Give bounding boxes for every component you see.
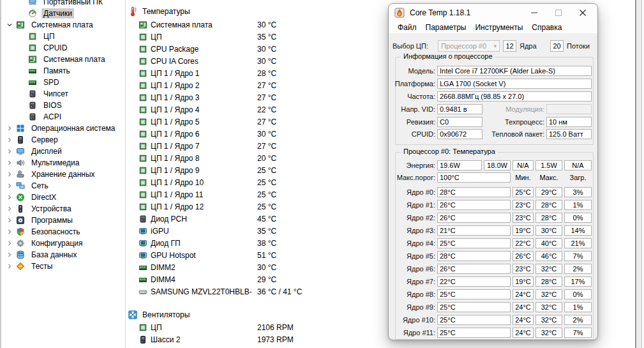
window-controls bbox=[522, 4, 595, 21]
titlebar[interactable]: Core Temp 1.18.1 bbox=[389, 4, 597, 21]
tree-item[interactable]: BIOS bbox=[1, 100, 126, 111]
chevron-right-icon[interactable] bbox=[6, 194, 13, 200]
sensor-row[interactable]: iGPU35 °C bbox=[126, 225, 304, 237]
sensor-row[interactable]: ЦП 1 / Ядро 527 °C bbox=[126, 116, 304, 128]
ram-icon bbox=[139, 263, 147, 272]
sensor-row[interactable]: ЦП 1 / Ядро 820 °C bbox=[126, 152, 304, 164]
tree-item[interactable]: Операционная система bbox=[1, 123, 126, 134]
tree-item[interactable]: Программы bbox=[1, 215, 126, 226]
chevron-right-icon[interactable] bbox=[6, 263, 13, 269]
sensor-label: ЦП 1 / Ядро 8 bbox=[151, 154, 200, 163]
sensor-value: 25 °C bbox=[257, 166, 276, 175]
sensor-row[interactable]: ЦП 1 / Ядро 630 °C bbox=[126, 128, 304, 140]
cpu-select-dropdown[interactable]: Процессор #0 ▾ bbox=[438, 40, 500, 52]
sensor-row[interactable]: DIMM230 °C bbox=[126, 261, 304, 273]
sensor-row[interactable]: Графический...0 RPM (0%) bbox=[126, 345, 304, 348]
tree-item[interactable]: Системная плата bbox=[1, 19, 126, 31]
maximize-button[interactable] bbox=[546, 4, 571, 21]
sensor-row[interactable]: CPU Package30 °C bbox=[126, 43, 304, 55]
tree-item[interactable]: Память bbox=[1, 65, 126, 77]
tree-item[interactable]: Портативный ПК bbox=[1, 0, 126, 8]
tree-item[interactable]: CPUID bbox=[1, 42, 126, 54]
sensor-row[interactable]: ЦП 1 / Ядро 128 °C bbox=[126, 67, 304, 79]
sensor-row[interactable]: ЦП 1 / Ядро 422 °C bbox=[126, 103, 304, 116]
sensor-section-header: Температуры bbox=[126, 6, 190, 17]
tree-item[interactable]: База данных bbox=[1, 249, 126, 261]
chevron-right-icon[interactable] bbox=[6, 206, 13, 212]
tree-item[interactable]: Датчики bbox=[1, 8, 126, 19]
tree-item[interactable]: Устройства bbox=[1, 203, 126, 215]
minimize-button[interactable] bbox=[522, 4, 546, 21]
tree-item[interactable]: DirectX bbox=[1, 192, 126, 203]
tree-item[interactable]: ЦП bbox=[1, 31, 126, 42]
scrollbar[interactable] bbox=[635, 0, 642, 348]
close-button[interactable] bbox=[571, 4, 595, 21]
sensor-row[interactable]: ЦП2106 RPM bbox=[126, 321, 304, 333]
sensor-label: GPU Hotspot bbox=[151, 251, 196, 260]
chevron-right-icon[interactable] bbox=[6, 148, 13, 155]
sensor-row[interactable]: Шасси 21973 RPM bbox=[126, 333, 304, 345]
sensor-label: ЦП 1 / Ядро 3 bbox=[151, 93, 200, 102]
tree-item[interactable]: Системная плата bbox=[1, 54, 126, 65]
sensors-panel: ТемпературыСистемная плата30 °CЦП35 °CCP… bbox=[126, 0, 304, 348]
tree-item[interactable]: Сеть bbox=[1, 180, 126, 192]
chevron-right-icon[interactable] bbox=[6, 240, 13, 246]
tree-item[interactable]: Тесты bbox=[1, 261, 126, 272]
sensor-row[interactable]: DIMM429 °C bbox=[126, 273, 304, 285]
navigation-tree: Портативный ПКДатчикиСистемная платаЦПCP… bbox=[0, 0, 126, 348]
menu-item[interactable]: Инструменты bbox=[470, 23, 527, 32]
core-row-label: Ядро #9: bbox=[393, 303, 435, 311]
field-label: Энергия: bbox=[393, 162, 435, 169]
cores-label: Ядра bbox=[520, 42, 537, 50]
menu-item[interactable]: Файл bbox=[393, 23, 421, 32]
core-row-label: Ядро #7: bbox=[393, 278, 435, 285]
chevron-right-icon[interactable] bbox=[6, 125, 13, 132]
chevron-right-icon[interactable] bbox=[6, 171, 13, 178]
tree-item[interactable]: Мультимедиа bbox=[1, 157, 126, 169]
menu-item[interactable]: Справка bbox=[527, 23, 566, 32]
sensor-row[interactable]: ЦП 1 / Ядро 227 °C bbox=[126, 79, 304, 91]
field-value: 100°C bbox=[437, 172, 511, 183]
chevron-down-icon[interactable] bbox=[6, 22, 13, 28]
sensor-row[interactable]: SAMSUNG MZVL22T0HBLB-...36 °C / 41 °C bbox=[126, 285, 304, 298]
sensor-label: ЦП bbox=[151, 33, 162, 42]
core-row-label: Ядро #5: bbox=[393, 252, 435, 260]
core-temp-value: 26°C bbox=[437, 264, 511, 274]
chevron-right-icon[interactable] bbox=[6, 160, 13, 166]
cpu-icon bbox=[139, 93, 147, 102]
tree-item[interactable]: Конфигурация bbox=[1, 238, 126, 249]
tree-item[interactable]: SPD bbox=[1, 77, 126, 88]
tree-item[interactable]: Сервер bbox=[1, 134, 126, 146]
sensor-row[interactable]: ЦП 1 / Ядро 727 °C bbox=[126, 140, 304, 152]
cpu-icon bbox=[139, 142, 147, 151]
sensor-row[interactable]: ЦП 1 / Ядро 1125 °C bbox=[126, 188, 304, 200]
sensor-row[interactable]: ЦП 1 / Ядро 1225 °C bbox=[126, 200, 304, 213]
sensor-row[interactable]: ЦП 1 / Ядро 327 °C bbox=[126, 91, 304, 103]
cpu-icon bbox=[28, 32, 37, 41]
sensor-row[interactable]: ЦП35 °C bbox=[126, 31, 304, 43]
chevron-right-icon[interactable] bbox=[6, 217, 13, 223]
field-value: Intel Core i7 12700KF (Alder Lake-S) bbox=[437, 66, 592, 76]
sensor-row[interactable]: ЦП 1 / Ядро 925 °C bbox=[126, 164, 304, 176]
chevron-right-icon[interactable] bbox=[6, 229, 13, 235]
chevron-right-icon[interactable] bbox=[6, 137, 13, 143]
menu-item[interactable]: Параметры bbox=[421, 23, 471, 32]
sensor-value: 1973 RPM bbox=[257, 335, 294, 344]
chevron-right-icon[interactable] bbox=[6, 252, 13, 258]
tree-item[interactable]: Дисплей bbox=[1, 146, 126, 157]
sensor-row[interactable]: Диод ГП38 °C bbox=[126, 237, 304, 249]
sensor-row[interactable]: CPU IA Cores30 °C bbox=[126, 55, 304, 67]
tree-item[interactable]: Чипсет bbox=[1, 88, 126, 100]
tree-item[interactable]: Хранение данных bbox=[1, 169, 126, 180]
sidebar-item-label: Безопасность bbox=[29, 227, 82, 237]
sensor-row[interactable]: Системная плата30 °C bbox=[126, 19, 304, 31]
tree-item[interactable]: Безопасность bbox=[1, 226, 126, 238]
sensor-row[interactable]: Диод PCH45 °C bbox=[126, 213, 304, 225]
tree-item[interactable]: ACPI bbox=[1, 111, 126, 123]
core-load-value: 7% bbox=[564, 328, 592, 338]
sensor-value: 30 °C bbox=[257, 130, 276, 139]
sensor-row[interactable]: GPU Hotspot51 °C bbox=[126, 249, 304, 261]
sensor-row[interactable]: ЦП 1 / Ядро 1025 °C bbox=[126, 176, 304, 188]
sidebar-item-label: ЦП bbox=[41, 31, 57, 42]
chevron-right-icon[interactable] bbox=[6, 183, 13, 189]
